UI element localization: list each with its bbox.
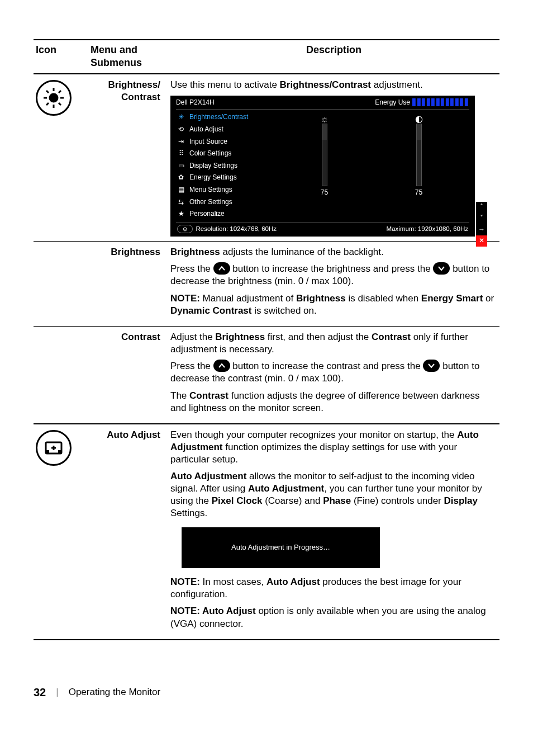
osd-energy-use: Energy Use▋▋▋▋▋▋▋▋▋▋▋▋ [375, 98, 469, 107]
menu-auto-adjust: Auto Adjust [88, 424, 168, 640]
osd-brightness-slider[interactable]: ☼ 75 [294, 114, 355, 220]
down-button-icon [433, 262, 450, 275]
osd-model: Dell P2X14H [176, 98, 215, 107]
auto-adjust-progress-box: Auto Adjustment in Progress… [182, 527, 380, 568]
header-icon: Icon [34, 40, 88, 74]
submenu-brightness: Brightness [88, 241, 168, 326]
osd-resolution-current: ⊝ Resolution: 1024x768, 60Hz [177, 225, 277, 233]
osd-item-personalize[interactable]: ★Personalize [176, 208, 274, 220]
submenu-contrast: Contrast [88, 326, 168, 423]
brightness-desc-1: Brightness adjusts the luminance of the … [170, 246, 497, 258]
page-number: 32 [34, 685, 46, 700]
osd-item-display-settings[interactable]: ▭Display Settings [176, 160, 274, 172]
contrast-desc-2: Press the button to increase the contras… [170, 360, 497, 385]
auto-adjust-desc-1: Even though your computer recognizes you… [170, 429, 497, 466]
auto-adjust-icon [36, 430, 72, 466]
sun-icon: ☼ [320, 114, 329, 124]
section-title: Operating the Monitor [69, 686, 160, 698]
brightness-contrast-icon [36, 80, 72, 116]
down-button-icon [423, 360, 440, 372]
osd-contrast-slider[interactable]: ◐ 75 [388, 114, 450, 220]
svg-line-6 [59, 103, 61, 105]
osd-item-brightness-contrast[interactable]: ☀Brightness/Contrast [176, 111, 274, 124]
osd-item-other-settings[interactable]: ⇆Other Settings [176, 196, 274, 209]
page-footer: 32 | Operating the Monitor [34, 685, 499, 700]
osd-description-table: Icon Menu and Submenus Description Brigh… [34, 39, 499, 640]
header-description: Description [168, 40, 499, 74]
brightness-desc-2: Press the button to increase the brightn… [170, 263, 497, 288]
auto-adjust-note-1: NOTE: In most cases, Auto Adjust produce… [170, 576, 497, 601]
brightness-note: NOTE: Manual adjustment of Brightness is… [170, 292, 497, 317]
contrast-desc-1: Adjust the Brightness first, and then ad… [170, 331, 497, 356]
svg-line-7 [59, 91, 61, 93]
osd-down-button[interactable]: ˅ [476, 213, 487, 224]
svg-line-8 [46, 103, 49, 105]
svg-point-0 [50, 94, 58, 102]
svg-rect-12 [46, 450, 49, 453]
osd-item-auto-adjust[interactable]: ⟲Auto Adjust [176, 124, 274, 136]
up-button-icon [213, 262, 230, 275]
contrast-icon: ◐ [415, 114, 423, 124]
svg-rect-13 [58, 450, 61, 453]
osd-item-color-settings[interactable]: ⠿Color Settings [176, 148, 274, 160]
auto-adjust-desc-2: Auto Adjustment allows the monitor to se… [170, 470, 497, 519]
osd-enter-button[interactable]: → [476, 224, 487, 235]
brightness-contrast-intro: Use this menu to activate Brightness/Con… [170, 79, 497, 91]
up-button-icon [213, 360, 230, 372]
auto-adjust-note-2: NOTE: Auto Adjust option is only availab… [170, 605, 497, 630]
svg-line-5 [46, 91, 49, 93]
osd-resolution-max: Maximum: 1920x1080, 60Hz [387, 225, 468, 233]
osd-panel: Dell P2X14H Energy Use▋▋▋▋▋▋▋▋▋▋▋▋ ☀Brig… [170, 96, 475, 237]
header-menu: Menu and Submenus [88, 40, 168, 74]
contrast-value: 75 [415, 188, 422, 197]
osd-menu-list: ☀Brightness/Contrast ⟲Auto Adjust ⇥Input… [176, 111, 274, 220]
brightness-value: 75 [321, 188, 328, 197]
osd-item-energy-settings[interactable]: ✿Energy Settings [176, 172, 274, 184]
contrast-desc-3: The Contrast function adjusts the degree… [170, 390, 497, 414]
osd-item-menu-settings[interactable]: ▤Menu Settings [176, 184, 274, 196]
osd-item-input-source[interactable]: ⇥Input Source [176, 136, 274, 148]
menu-brightness-contrast: Brightness/ Contrast [88, 74, 168, 242]
osd-up-button[interactable]: ˄ [476, 202, 487, 213]
osd-close-button[interactable]: ✕ [476, 235, 487, 247]
